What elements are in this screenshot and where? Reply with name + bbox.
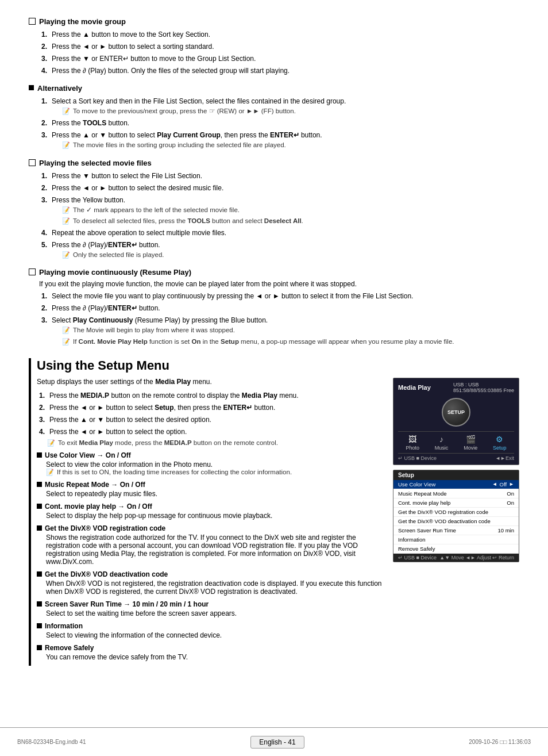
- sub-section-note: 📝 If this is set to ON, the loading time…: [46, 469, 384, 476]
- sub-section-body: You can remove the device safely from th…: [46, 653, 384, 661]
- sub-section-title: Music Repeat Mode → On / Off: [45, 481, 145, 489]
- note: 📝 The ✓ mark appears to the left of the …: [62, 205, 519, 215]
- sub-section-title: Cont. movie play help → On / Off: [45, 502, 152, 511]
- note-icon: 📝: [47, 439, 55, 447]
- step-item: Press the ▼ button to select the File Li…: [39, 171, 519, 181]
- note: 📝 Only the selected file is played.: [62, 250, 519, 260]
- movie-icon: 🎬: [464, 435, 477, 444]
- note-icon: 📝: [62, 250, 70, 260]
- mp-footer: ↵ USB ■ Device ◄►Exit: [398, 453, 514, 461]
- sub-section-title: Get the DivX® VOD deactivation code: [45, 570, 168, 578]
- step-item: Press the ∂ (Play)/ENTER↵ button. 📝 Only…: [39, 240, 519, 260]
- square-icon: [37, 623, 42, 628]
- section-body: Select a Sort key and then in the File L…: [39, 96, 519, 151]
- section-intro: If you exit the playing movie function, …: [39, 280, 519, 288]
- setup-note: 📝 To exit Media Play mode, press the MED…: [47, 439, 384, 447]
- square-icon: [37, 504, 42, 509]
- note: 📝 To move to the previous/next group, pr…: [62, 106, 519, 116]
- note: 📝 To deselect all selected files, press …: [62, 216, 519, 226]
- mp-menu-photo: 🖼 Photo: [406, 435, 419, 451]
- note-icon: 📝: [62, 205, 70, 215]
- section-playing-continuously: Playing movie continuously (Resume Play)…: [29, 268, 519, 347]
- steps-list: Select a Sort key and then in the File L…: [39, 96, 519, 151]
- setup-row-divx-reg: Get the DivX® VOD registration code: [393, 508, 519, 517]
- square-icon: [37, 452, 42, 458]
- media-play-screen: Media Play USB : USB 851:58/88/555:03885…: [393, 378, 519, 465]
- sub-section-title: Screen Saver Run Time → 10 min / 20 min …: [45, 600, 209, 608]
- square-icon: [37, 525, 42, 531]
- section-playing-movie-group: Playing the movie group Press the ▲ butt…: [29, 17, 519, 76]
- section-heading: Playing the movie group: [39, 17, 126, 26]
- mp-screen-title: Media Play: [398, 384, 431, 391]
- setup-circle: SETUP: [442, 398, 470, 427]
- section-body: Press the ▲ button to move to the Sort k…: [39, 29, 519, 76]
- setup-footer: ↵ USB ■ Device ▲▼ Move ◄► Adjust ↩ Retur…: [393, 554, 519, 562]
- note-icon: 📝: [62, 140, 70, 150]
- setup-screens: Media Play USB : USB 851:58/88/555:03885…: [393, 378, 519, 562]
- section-body: Press the ▼ button to select the File Li…: [39, 171, 519, 260]
- setup-screen-title: Setup: [393, 470, 519, 480]
- step-item: Select a Sort key and then in the File L…: [39, 96, 519, 116]
- section-heading: Playing the selected movie files: [39, 159, 152, 167]
- square-icon: [37, 645, 42, 650]
- sub-section-information: Information Select to viewing the inform…: [37, 622, 384, 639]
- note: 📝 If Cont. Movie Play Help function is s…: [62, 337, 519, 347]
- step-item: Press the TOOLS button.: [39, 118, 519, 128]
- sub-section-body: Select to display the help pop-up messag…: [46, 512, 384, 520]
- note: 📝 The movie files in the sorting group i…: [62, 140, 519, 150]
- section-alternatively: Alternatively Select a Sort key and then…: [29, 84, 519, 151]
- steps-list: Press the ▼ button to select the File Li…: [39, 171, 519, 260]
- step-item: Select the movie file you want to play c…: [39, 291, 519, 301]
- sub-section-use-color-view: Use Color View → On / Off Select to view…: [37, 451, 384, 476]
- step-item: Select Play Continuously (Resume Play) b…: [39, 315, 519, 347]
- note-icon: 📝: [62, 106, 70, 116]
- setup-row-use-color-view: Use Color View ◄ Off ►: [393, 480, 519, 489]
- square-icon: [37, 482, 42, 487]
- note-icon: 📝: [62, 337, 70, 347]
- square-icon: [37, 601, 42, 607]
- sub-section-body: When DivX® VOD is not registered, the re…: [46, 580, 384, 596]
- section-title-playing-movie-group: Playing the movie group: [29, 17, 519, 26]
- section-title-playing-continuously: Playing movie continuously (Resume Play): [29, 268, 519, 277]
- mp-screen-info: USB : USB 851:58/88/555:03885 Free: [453, 382, 514, 393]
- sub-section-body: Select to view the color information in …: [46, 460, 384, 469]
- big-section-title: Using the Setup Menu: [37, 358, 519, 373]
- sub-section-title: Use Color View → On / Off: [45, 451, 131, 459]
- step-item: Press the ▲ or ▼ button to select Play C…: [39, 130, 519, 150]
- music-icon: ♪: [435, 435, 449, 444]
- note-icon: 📝: [46, 469, 54, 476]
- setup-container: Setup displays the user settings of the …: [37, 378, 519, 666]
- step-item: Repeat the above operation to select mul…: [39, 228, 519, 238]
- page: Playing the movie group Press the ▲ butt…: [0, 0, 548, 756]
- steps-list: Select the movie file you want to play c…: [39, 291, 519, 347]
- section-title-playing-selected: Playing the selected movie files: [29, 159, 519, 167]
- section-body: If you exit the playing movie function, …: [39, 280, 519, 347]
- sub-section-divx-deactivation: Get the DivX® VOD deactivation code When…: [37, 570, 384, 596]
- setup-row-information: Information: [393, 535, 519, 544]
- mp-menu-music: ♪ Music: [435, 435, 449, 451]
- step-item: Press the ◄ or ► button to select the de…: [39, 183, 519, 193]
- sub-section-title: Get the DivX® VOD registration code: [45, 524, 165, 532]
- step-item: Press the Yellow button. 📝 The ✓ mark ap…: [39, 195, 519, 227]
- setup-text: Setup displays the user settings of the …: [37, 378, 384, 666]
- footer-left: BN68-02334B-Eng.indb 41: [17, 739, 86, 745]
- mp-menu-row: 🖼 Photo ♪ Music 🎬 Movie ⚙: [398, 431, 514, 451]
- sub-section-body: Select to repeatedly play music files.: [46, 490, 384, 498]
- note-icon: 📝: [62, 216, 70, 226]
- sub-section-divx-registration: Get the DivX® VOD registration code Show…: [37, 524, 384, 566]
- mp-icon-row: SETUP: [398, 398, 514, 427]
- sub-sections: Use Color View → On / Off Select to view…: [37, 451, 384, 661]
- footer-right: 2009-10-26 □□ 11:36:03: [469, 739, 531, 745]
- sub-section-body: Select to viewing the information of the…: [46, 631, 384, 639]
- footer-page-badge: English - 41: [250, 736, 304, 749]
- steps-list: Press the ▲ button to move to the Sort k…: [39, 29, 519, 76]
- setup-steps-list: Press the MEDIA.P button on the remote c…: [37, 390, 384, 437]
- note-icon: 📝: [62, 325, 70, 335]
- sub-section-remove-safely: Remove Safely You can remove the device …: [37, 644, 384, 661]
- step-item: Press the ▲ button to move to the Sort k…: [39, 29, 519, 40]
- photo-icon: 🖼: [406, 435, 419, 444]
- step-item: Press the ∂ (Play) button. Only the file…: [39, 66, 519, 76]
- setup-screen: Setup Use Color View ◄ Off ► Music Repea…: [393, 470, 519, 562]
- setup-row-music-repeat: Music Repeat Mode On: [393, 489, 519, 498]
- setup-row-divx-deact: Get the DivX® VOD deactivation code: [393, 517, 519, 526]
